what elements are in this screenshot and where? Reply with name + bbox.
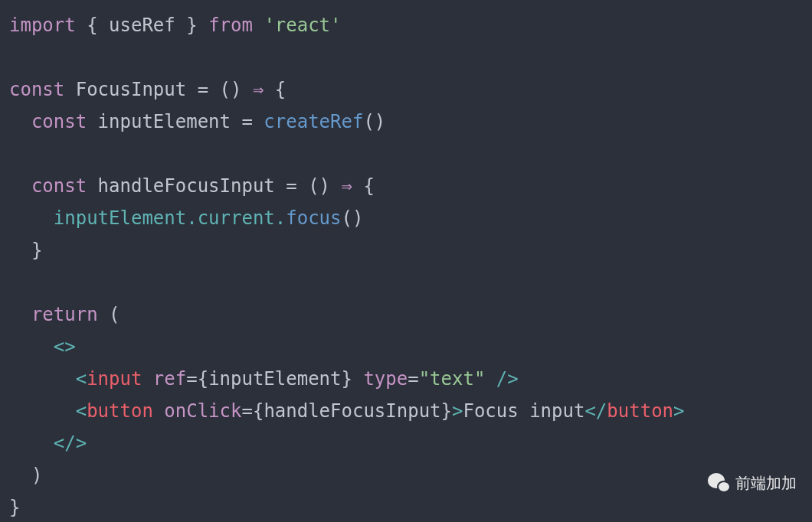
identifier-inputElement: inputElement [208, 368, 341, 390]
jsx-brace-open: { [198, 368, 208, 390]
keyword-const: const [31, 175, 87, 197]
paren-close: ) [31, 465, 42, 486]
brace-close: } [9, 497, 20, 518]
brace-open: { [275, 79, 286, 100]
brace-close: } [31, 240, 42, 261]
jsx-tag-input: input [87, 368, 142, 390]
jsx-bracket-open: < [76, 368, 87, 390]
string-react: 'react' [264, 15, 341, 36]
equals: = [186, 368, 197, 390]
keyword-const: const [9, 79, 64, 100]
jsx-gt: > [452, 400, 463, 422]
jsx-fragment-open: <> [54, 336, 76, 357]
jsx-attr-type: type [363, 368, 408, 390]
parens: () [220, 79, 242, 100]
parens: () [363, 111, 385, 132]
identifier-handleFocusInput: handleFocusInput [264, 400, 440, 422]
fn-focus: focus [286, 207, 341, 229]
jsx-brace-open: { [253, 400, 264, 422]
paren-open: ( [109, 304, 120, 325]
jsx-gt: > [673, 400, 684, 422]
parens: () [308, 175, 330, 197]
identifier-inputElement: inputElement [54, 207, 186, 229]
jsx-brace-close: } [342, 368, 352, 390]
equals: = [241, 400, 252, 422]
code-block: import { useRef } from 'react' const Foc… [9, 9, 803, 522]
arrow: ⇒ [253, 79, 264, 100]
identifier-FocusInput: FocusInput [76, 79, 187, 100]
jsx-bracket-open: < [76, 400, 87, 422]
prop-current: current [198, 207, 275, 229]
jsx-tag-button-close: button [607, 400, 673, 422]
jsx-self-close: /> [496, 368, 519, 390]
dot: . [275, 207, 286, 229]
brace-close: } [186, 15, 197, 36]
dot: . [186, 207, 197, 229]
fn-createRef: createRef [264, 111, 363, 132]
keyword-from: from [208, 15, 253, 36]
jsx-attr-ref: ref [153, 368, 186, 390]
jsx-tag-button: button [87, 400, 153, 422]
equals: = [286, 175, 296, 197]
jsx-text-content: Focus input [463, 400, 584, 422]
equals: = [198, 79, 208, 100]
jsx-attr-onClick: onClick [164, 400, 241, 422]
equals: = [408, 368, 418, 390]
keyword-return: return [31, 304, 98, 325]
watermark: 前端加加 [708, 467, 797, 499]
identifier-inputElement: inputElement [98, 111, 231, 132]
brace-open: { [363, 175, 374, 197]
arrow: ⇒ [342, 175, 352, 197]
jsx-fragment-close: </> [54, 432, 87, 454]
equals: = [241, 111, 252, 132]
keyword-import: import [9, 15, 76, 36]
identifier-useRef: useRef [109, 15, 175, 36]
watermark-text: 前端加加 [735, 467, 797, 499]
wechat-icon [708, 473, 731, 493]
jsx-brace-close: } [441, 400, 452, 422]
jsx-string-text: "text" [419, 368, 486, 390]
parens: () [342, 207, 364, 229]
keyword-const: const [31, 111, 87, 132]
identifier-handleFocusInput: handleFocusInput [98, 175, 275, 197]
jsx-close-open: </ [584, 400, 607, 422]
brace-open: { [87, 15, 97, 36]
